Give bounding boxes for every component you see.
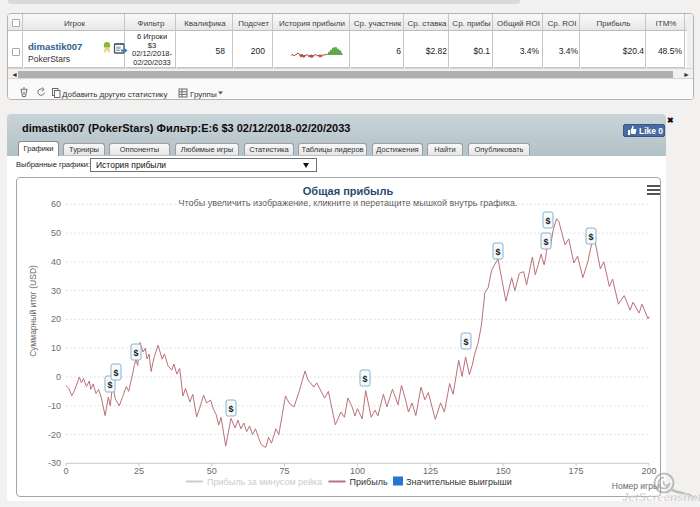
svg-text:$: $ — [113, 368, 118, 378]
svg-text:40: 40 — [51, 257, 61, 267]
svg-text:$: $ — [588, 232, 593, 242]
svg-text:$: $ — [495, 247, 500, 257]
svg-text:0: 0 — [56, 372, 61, 382]
svg-text:100: 100 — [350, 466, 365, 476]
svg-text:Суммарный итог (USD): Суммарный итог (USD) — [28, 265, 38, 357]
svg-text:50: 50 — [207, 466, 217, 476]
svg-text:20: 20 — [51, 314, 61, 324]
svg-text:Значительные выигрыши: Значительные выигрыши — [406, 477, 512, 487]
svg-text:Добавить другую статистику: Добавить другую статистику — [62, 90, 167, 99]
svg-text:0: 0 — [63, 466, 68, 476]
svg-text:150: 150 — [496, 466, 511, 476]
svg-text:$: $ — [133, 348, 138, 358]
svg-text:175: 175 — [569, 466, 584, 476]
svg-text:Общая прибыль: Общая прибыль — [303, 185, 394, 197]
svg-text:50: 50 — [51, 228, 61, 238]
svg-text:$: $ — [107, 380, 112, 390]
svg-text:75: 75 — [280, 466, 290, 476]
svg-text:-20: -20 — [48, 430, 61, 440]
svg-text:Прибыль за минусом рейка: Прибыль за минусом рейка — [207, 477, 322, 487]
svg-text:$: $ — [543, 237, 548, 247]
svg-text:Прибыль: Прибыль — [350, 477, 388, 487]
svg-text:60: 60 — [51, 199, 61, 209]
svg-text:10: 10 — [51, 343, 61, 353]
svg-text:25: 25 — [134, 466, 144, 476]
svg-text:JetScreenshot: JetScreenshot — [622, 491, 700, 503]
svg-text:Группы: Группы — [190, 90, 217, 99]
svg-text:$: $ — [228, 404, 233, 414]
svg-text:125: 125 — [423, 466, 438, 476]
svg-text:Чтобы увеличить изображение, к: Чтобы увеличить изображение, кликните и … — [179, 198, 518, 208]
svg-text:-30: -30 — [48, 458, 61, 468]
svg-text:-10: -10 — [48, 401, 61, 411]
svg-text:$: $ — [362, 374, 367, 384]
svg-text:30: 30 — [51, 286, 61, 296]
svg-text:Like 0: Like 0 — [639, 126, 663, 136]
svg-text:$: $ — [545, 216, 550, 226]
svg-text:$: $ — [463, 337, 468, 347]
